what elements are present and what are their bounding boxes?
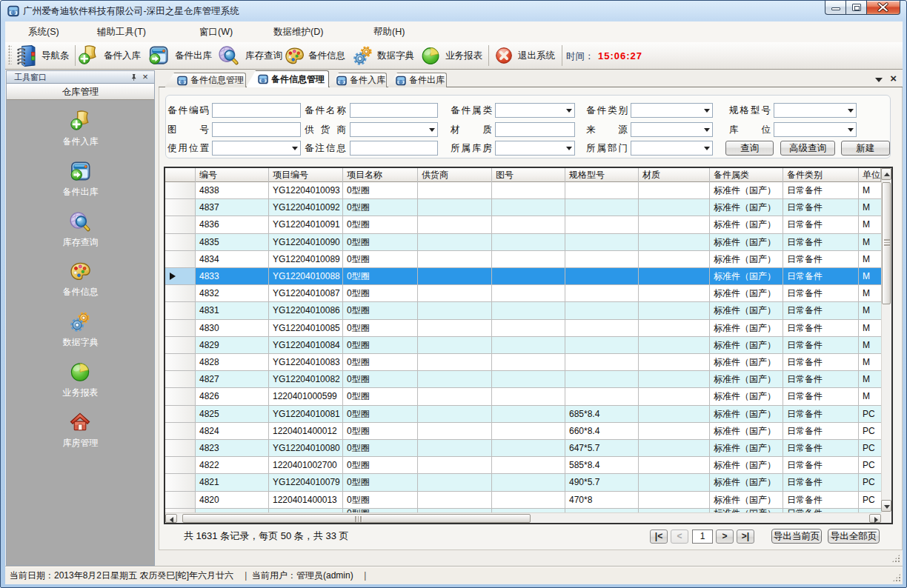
filter-select-规格型号[interactable] <box>774 103 857 118</box>
table-row-4824[interactable]: 482412204014000120型圈660*8.4标准件（国产）日常备件PC <box>165 423 881 440</box>
row-selector-cell[interactable] <box>165 354 196 371</box>
table-row-4827[interactable]: 4827YG122040100820型圈标准件（国产）日常备件M <box>165 371 881 388</box>
export-current-page-button[interactable]: 导出当前页 <box>771 529 822 544</box>
filter-select-使用位置[interactable] <box>212 141 301 156</box>
vertical-scrollbar[interactable] <box>881 168 891 512</box>
menu-item-3[interactable]: 窗口(W) <box>199 21 233 42</box>
column-header-图号[interactable]: 图号 <box>492 168 565 181</box>
column-header-供货商[interactable]: 供货商 <box>418 168 492 181</box>
scroll-left-button[interactable] <box>165 514 177 523</box>
toolbar-button-备件出库[interactable]: 备件出库 <box>147 42 212 69</box>
column-header-编号[interactable]: 编号 <box>196 168 269 181</box>
toolbar-button-退出系统[interactable]: 退出系统 <box>494 42 555 69</box>
sidebar-item-库房管理[interactable]: 库房管理 <box>7 411 154 450</box>
row-selector-cell[interactable] <box>165 474 196 491</box>
scroll-right-button[interactable] <box>869 514 881 523</box>
toolbar-button-备件入库[interactable]: 备件入库 <box>77 42 141 69</box>
table-row-4823[interactable]: 4823YG122040100800型圈647*5.7标准件（国产）日常备件PC <box>165 440 881 457</box>
row-selector-cell[interactable] <box>165 182 196 199</box>
table-row-4834[interactable]: 4834YG122040100890型圈标准件（国产）日常备件M <box>165 251 881 268</box>
maximize-button[interactable] <box>845 1 866 15</box>
toolbar-button-数据字典[interactable]: 数据字典 <box>352 42 414 69</box>
pin-icon[interactable] <box>130 73 138 81</box>
filter-select-库位[interactable] <box>774 122 857 137</box>
table-row-4830[interactable]: 4830YG122040100850型圈标准件（国产）日常备件M <box>165 320 881 337</box>
toolbar-button-导航条[interactable]: 导航条 <box>14 42 70 69</box>
menu-item-2[interactable]: 辅助工具(T) <box>97 21 146 42</box>
table-row-4820[interactable]: 482012204014000130型圈470*8标准件（国产）日常备件PC <box>165 492 881 509</box>
row-selector-cell[interactable] <box>165 199 196 216</box>
table-row-4837[interactable]: 4837YG122040100920型圈标准件（国产）日常备件M <box>165 199 881 216</box>
window-resize-grip[interactable] <box>892 573 901 582</box>
row-selector-cell[interactable] <box>165 337 196 354</box>
row-selector-cell[interactable] <box>165 388 196 405</box>
table-row-4833[interactable]: 4833YG122040100880型圈标准件（国产）日常备件M <box>165 268 881 285</box>
filter-select-备件类别[interactable] <box>631 103 713 118</box>
tab-备件出库-4[interactable]: 备件出库 <box>388 73 447 87</box>
table-row-4821[interactable]: 4821YG122040100790型圈490*5.7标准件（国产）日常备件PC <box>165 474 881 491</box>
table-row-4825[interactable]: 4825YG122040100810型圈685*8.4标准件（国产）日常备件PC <box>165 406 881 423</box>
filter-input-备注信息[interactable] <box>350 141 438 156</box>
row-selector-cell[interactable] <box>165 406 196 423</box>
sidebar-item-数据字典[interactable]: 数据字典 <box>7 310 154 349</box>
row-selector-cell[interactable] <box>165 285 196 302</box>
table-row-4831[interactable]: 4831YG122040100860型圈标准件（国产）日常备件M <box>165 302 881 319</box>
tab-list-chevron-down-icon[interactable] <box>875 78 883 82</box>
filter-input-备件编码[interactable] <box>212 103 301 118</box>
tool-window-close-icon[interactable]: × <box>141 71 150 83</box>
row-selector-cell[interactable] <box>165 440 196 457</box>
column-header-项目编号[interactable]: 项目编号 <box>269 168 343 181</box>
row-selector-cell[interactable] <box>165 457 196 474</box>
row-selector-cell[interactable] <box>165 268 196 285</box>
tab-备件信息管理-1[interactable]: 备件信息管理 <box>165 73 246 87</box>
row-selector-cell[interactable] <box>165 234 196 251</box>
table-row-4822[interactable]: 482212204010027000型圈585*8.4标准件（国产）日常备件PC <box>165 457 881 474</box>
last-page-button[interactable]: >| <box>737 529 754 544</box>
vertical-scroll-thumb[interactable] <box>882 182 891 304</box>
row-selector-cell[interactable] <box>165 216 196 233</box>
column-header-备件类别[interactable]: 备件类别 <box>783 168 859 181</box>
previous-page-button[interactable]: < <box>671 529 688 544</box>
row-selector-cell[interactable] <box>165 492 196 509</box>
menu-item-4[interactable]: 数据维护(D) <box>273 21 323 42</box>
table-row-4836[interactable]: 4836YG122040100910型圈标准件（国产）日常备件M <box>165 216 881 233</box>
row-selector-cell[interactable] <box>165 251 196 268</box>
table-row-4826[interactable]: 482612204010005990型圈标准件（国产）日常备件M <box>165 388 881 405</box>
menu-item-5[interactable]: 帮助(H) <box>373 21 405 42</box>
filter-button-新建[interactable]: 新建 <box>841 141 890 156</box>
row-selector-cell[interactable] <box>165 371 196 388</box>
filter-select-所属库房[interactable] <box>495 141 575 156</box>
filter-select-所属部门[interactable] <box>631 141 713 156</box>
table-row-4835[interactable]: 4835YG122040100900型圈标准件（国产）日常备件M <box>165 234 881 251</box>
minimize-button[interactable] <box>825 1 845 15</box>
column-header-材质[interactable]: 材质 <box>639 168 710 181</box>
scroll-down-button[interactable] <box>881 500 891 512</box>
scroll-up-button[interactable] <box>881 168 891 180</box>
sidebar-group-header[interactable]: 仓库管理 <box>7 84 154 100</box>
tab-备件信息管理-2[interactable]: 备件信息管理 <box>246 70 329 87</box>
filter-button-高级查询[interactable]: 高级查询 <box>780 141 835 156</box>
table-row-4832[interactable]: 4832YG122040100870型圈标准件（国产）日常备件M <box>165 285 881 302</box>
close-button[interactable] <box>866 1 900 15</box>
row-selector-cell[interactable] <box>165 423 196 440</box>
column-header-规格型号[interactable]: 规格型号 <box>565 168 639 181</box>
tab-备件入库-3[interactable]: 备件入库 <box>329 73 387 87</box>
toolbar-grip[interactable] <box>8 45 12 64</box>
table-row-4828[interactable]: 4828YG122040100830型圈标准件（国产）日常备件M <box>165 354 881 371</box>
table-row-4829[interactable]: 4829YG122040100840型圈标准件（国产）日常备件M <box>165 337 881 354</box>
menu-item-1[interactable]: 系统(S) <box>28 21 59 42</box>
sidebar-item-业务报表[interactable]: 业务报表 <box>7 361 154 399</box>
filter-button-查询[interactable]: 查询 <box>725 141 774 156</box>
filter-select-供货商[interactable] <box>350 122 438 137</box>
sidebar-item-库存查询[interactable]: 库存查询 <box>7 210 154 249</box>
filter-input-备件名称[interactable] <box>350 103 438 118</box>
sidebar-item-备件信息[interactable]: 备件信息 <box>7 260 154 298</box>
filter-select-备件属类[interactable] <box>495 103 575 118</box>
page-number-input[interactable]: 1 <box>692 529 713 544</box>
table-row-4838[interactable]: 4838YG122040100930型圈标准件（国产）日常备件M <box>165 182 881 199</box>
filter-select-来源[interactable] <box>631 122 713 137</box>
filter-input-材质[interactable] <box>495 122 575 137</box>
column-header-单位[interactable]: 单位 <box>859 168 881 181</box>
horizontal-scroll-thumb[interactable] <box>182 514 531 523</box>
horizontal-scrollbar[interactable] <box>165 512 881 523</box>
